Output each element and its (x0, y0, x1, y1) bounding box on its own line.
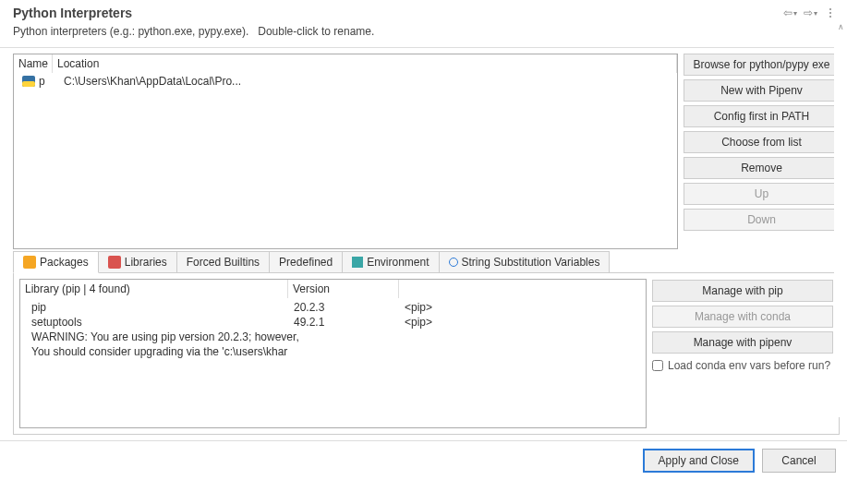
tab-forced-builtins[interactable]: Forced Builtins (176, 251, 270, 273)
tab-environment[interactable]: Environment (342, 251, 439, 273)
back-icon[interactable]: ⇦▾ (782, 6, 797, 20)
tab-string-substitution[interactable]: String Substitution Variables (439, 251, 611, 273)
pkg-kind: <pip> (405, 301, 515, 314)
col-library-header[interactable]: Library (pip | 4 found) (20, 280, 288, 298)
cancel-button[interactable]: Cancel (762, 449, 836, 473)
interpreter-location: C:\Users\Khan\AppData\Local\Pro... (60, 75, 673, 88)
warning-row: WARNING: You are using pip version 20.2.… (20, 330, 646, 344)
page-title: Python Interpreters (13, 6, 132, 20)
tab-label: Forced Builtins (187, 256, 260, 269)
environment-icon (352, 257, 363, 268)
table-row[interactable]: p C:\Users\Khan\AppData\Local\Pro... (14, 73, 677, 90)
manage-pip-button[interactable]: Manage with pip (652, 280, 833, 302)
tab-body-packages: Library (pip | 4 found) Version pip 20.2… (13, 272, 840, 435)
svg-rect-1 (22, 81, 35, 87)
description: Python interpreters (e.g.: python.exe, p… (0, 22, 847, 48)
tab-label: String Substitution Variables (462, 256, 600, 269)
col-kind-header[interactable] (399, 280, 646, 298)
string-sub-icon (449, 258, 458, 267)
pkg-name: pip (31, 301, 294, 314)
packages-table[interactable]: Library (pip | 4 found) Version pip 20.2… (19, 279, 647, 428)
forward-icon[interactable]: ⇨▾ (803, 6, 817, 20)
checkbox-icon[interactable] (652, 360, 663, 371)
pkg-kind: <pip> (405, 316, 515, 329)
tab-libraries[interactable]: Libraries (98, 251, 177, 273)
tab-label: Predefined (279, 256, 333, 269)
config-path-button[interactable]: Config first in PATH (684, 105, 840, 127)
vertical-scrollbar[interactable]: ∧ (834, 20, 847, 417)
down-button: Down (684, 209, 840, 231)
tab-packages[interactable]: Packages (13, 251, 99, 273)
choose-list-button[interactable]: Choose from list (684, 131, 840, 153)
tabbar: Packages Libraries Forced Builtins Prede… (13, 251, 840, 273)
tab-label: Libraries (125, 256, 167, 269)
title-actions: ⇦▾ ⇨▾ (782, 6, 838, 20)
col-name-header[interactable]: Name (14, 54, 53, 73)
pkg-name: setuptools (31, 316, 294, 329)
package-actions: Manage with pip Manage with conda Manage… (652, 279, 833, 428)
tab-label: Environment (367, 256, 429, 269)
apply-close-button[interactable]: Apply and Close (643, 449, 755, 473)
scroll-up-icon[interactable]: ∧ (838, 20, 844, 33)
titlebar: Python Interpreters ⇦▾ ⇨▾ (0, 0, 847, 22)
desc-hint: Double-click to rename. (258, 25, 374, 38)
table-row[interactable]: pip 20.2.3 <pip> (20, 300, 646, 315)
table-row[interactable]: setuptools 49.2.1 <pip> (20, 315, 646, 330)
footer: Apply and Close Cancel (0, 440, 847, 480)
warning-text: WARNING: You are using pip version 20.2.… (31, 330, 299, 343)
tab-label: Packages (40, 256, 89, 269)
pkg-version: 20.2.3 (294, 301, 405, 314)
scrollbar-thumb[interactable] (835, 159, 846, 223)
col-version-header[interactable]: Version (288, 280, 399, 298)
manage-conda-button: Manage with conda (652, 306, 833, 328)
python-icon (21, 74, 36, 89)
interpreters-table[interactable]: Name Location p C:\Users\Khan\AppData\Lo… (13, 54, 678, 249)
remove-button[interactable]: Remove (684, 157, 840, 179)
interpreter-name: p (38, 75, 60, 88)
up-button: Up (684, 183, 840, 205)
browse-button[interactable]: Browse for python/pypy exe (684, 54, 840, 76)
desc-main: Python interpreters (e.g.: python.exe, p… (13, 25, 248, 38)
warning-row: You should consider upgrading via the 'c… (20, 344, 646, 359)
new-pipenv-button[interactable]: New with Pipenv (684, 79, 840, 102)
packages-icon (23, 256, 36, 269)
side-buttons: Browse for python/pypy exe New with Pipe… (684, 54, 840, 249)
libraries-icon (108, 256, 121, 269)
load-conda-checkbox[interactable]: Load conda env vars before run? (652, 357, 833, 372)
checkbox-label: Load conda env vars before run? (668, 359, 830, 372)
pkg-version: 49.2.1 (294, 316, 405, 329)
warning-text: You should consider upgrading via the 'c… (31, 345, 287, 358)
col-location-header[interactable]: Location (53, 54, 677, 73)
tab-predefined[interactable]: Predefined (269, 251, 343, 273)
kebab-menu-icon[interactable] (823, 6, 838, 20)
manage-pipenv-button[interactable]: Manage with pipenv (652, 331, 833, 354)
